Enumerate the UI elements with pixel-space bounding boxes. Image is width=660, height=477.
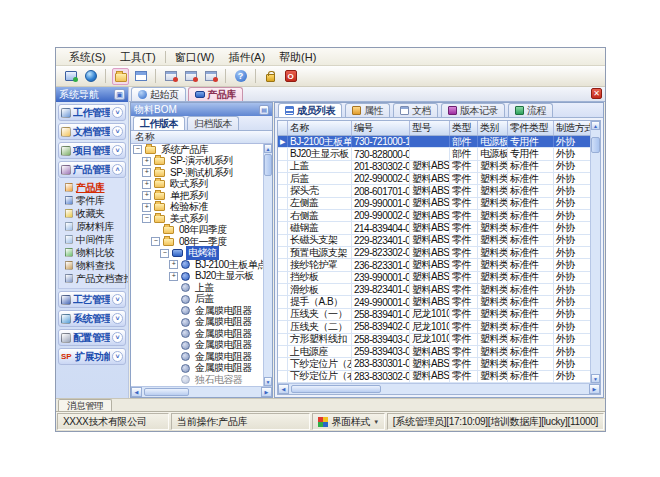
table-row[interactable]: 下纱定位片（右）283-830302-00I塑料ABS零件塑料类标准件外协条 bbox=[278, 371, 590, 383]
sidebar-item-material-lib[interactable]: 原材料库 bbox=[65, 220, 125, 233]
table-row[interactable]: 上盖201-830302-00I塑料ABS零件塑料类标准件外协条 bbox=[278, 161, 590, 173]
scroll-right-icon[interactable]: ▶ bbox=[589, 384, 600, 394]
tab-archived-version[interactable]: 归档版本 bbox=[187, 116, 239, 130]
toolbar-monitor-button[interactable] bbox=[62, 68, 79, 85]
scroll-down-icon[interactable]: ▼ bbox=[264, 377, 272, 386]
tab-working-version[interactable]: 工作版本 bbox=[133, 116, 185, 130]
sidebar-group-1-header[interactable]: 工作管理˅ bbox=[58, 104, 126, 121]
chevron-down-icon[interactable]: ˅ bbox=[112, 313, 123, 324]
toolbar-window-new-button[interactable] bbox=[162, 68, 179, 85]
table-row[interactable]: 探头壳208-601701-01I塑料ABS零件塑料类标准件外协条 bbox=[278, 185, 590, 197]
column-header-3[interactable]: 型号 bbox=[410, 121, 450, 135]
sidebar-item-favorites[interactable]: 收藏夹 bbox=[65, 207, 125, 220]
table-row[interactable]: 磁钢盖214-839404-01I塑料ABS零件塑料类标准件外协条 bbox=[278, 222, 590, 234]
menu-item-1[interactable]: 系统(S) bbox=[62, 49, 113, 65]
toolbar-lock-button[interactable] bbox=[262, 68, 279, 85]
collapse-minus-icon[interactable]: − bbox=[151, 237, 160, 246]
expand-plus-icon[interactable]: + bbox=[142, 180, 151, 189]
chevron-down-icon[interactable]: ˅ bbox=[112, 351, 123, 362]
scroll-up-icon[interactable]: ▲ bbox=[591, 121, 600, 130]
document-close-icon[interactable]: ✕ bbox=[591, 88, 602, 99]
sidebar-group-8-header[interactable]: SP扩展功能˅ bbox=[58, 348, 126, 365]
scroll-right-icon[interactable]: ▶ bbox=[261, 387, 272, 397]
toolbar-table-button[interactable] bbox=[132, 68, 149, 85]
scroll-thumb[interactable] bbox=[291, 385, 381, 393]
toolbar-help-button[interactable]: ? bbox=[232, 68, 249, 85]
expand-plus-icon[interactable]: + bbox=[142, 203, 151, 212]
expand-plus-icon[interactable]: + bbox=[142, 191, 151, 200]
table-row[interactable]: 接纱轮护罩236-823301-00I塑料ABS零件塑料类标准件外协条 bbox=[278, 259, 590, 271]
menu-item-4[interactable]: 插件(A) bbox=[221, 49, 272, 65]
ui-style-selector[interactable]: 界面样式 ▼ bbox=[312, 413, 384, 430]
toolbar-window-arrange-button[interactable] bbox=[182, 68, 199, 85]
table-horizontal-scrollbar[interactable]: ◀ ▶ bbox=[278, 383, 600, 394]
expand-plus-icon[interactable]: + bbox=[169, 272, 178, 281]
toolbar-globe-button[interactable] bbox=[82, 68, 99, 85]
tree-node[interactable]: −独石电容器 bbox=[131, 374, 263, 386]
table-row[interactable]: 方形塑料线扣258-839403-00I尼龙1010零件塑料类标准件外协条 bbox=[278, 334, 590, 346]
tab-properties[interactable]: 属性 bbox=[345, 103, 390, 117]
scroll-left-icon[interactable]: ◀ bbox=[278, 384, 289, 394]
sidebar-item-product-lib[interactable]: 产品库 bbox=[65, 181, 125, 194]
doc-tab-start-page[interactable]: 起始页 bbox=[131, 87, 186, 101]
table-row[interactable]: 后盖202-990002-01I塑料ABS零件塑料类标准件外协条 bbox=[278, 173, 590, 185]
table-row[interactable]: 上电源座259-839403-00I塑料ABS零件塑料类标准件外协条 bbox=[278, 346, 590, 358]
menu-item-2[interactable]: 工具(T) bbox=[113, 49, 163, 65]
bom-panel-pin-icon[interactable]: ▤ bbox=[259, 105, 269, 115]
chevron-down-icon[interactable]: ˅ bbox=[112, 294, 123, 305]
scroll-up-icon[interactable]: ▲ bbox=[264, 144, 272, 153]
sidebar-group-3-header[interactable]: 项目管理˅ bbox=[58, 142, 126, 159]
column-header-7[interactable]: 制造方式 bbox=[554, 121, 590, 135]
scroll-thumb[interactable] bbox=[591, 137, 600, 153]
column-header-5[interactable]: 类别 bbox=[478, 121, 508, 135]
expand-plus-icon[interactable]: + bbox=[169, 260, 178, 269]
expand-plus-icon[interactable]: + bbox=[142, 168, 151, 177]
scroll-down-icon[interactable]: ▼ bbox=[591, 374, 600, 383]
column-header-2[interactable]: 编号 bbox=[352, 121, 410, 135]
toolbar-window-close-button[interactable] bbox=[202, 68, 219, 85]
collapse-minus-icon[interactable]: − bbox=[160, 249, 169, 258]
chevron-up-icon[interactable]: ˄ bbox=[112, 164, 123, 175]
column-header-1[interactable]: 名称 bbox=[288, 121, 352, 135]
table-row[interactable]: 右侧盖209-990002-01I塑料ABS零件塑料类标准件外协条 bbox=[278, 210, 590, 222]
scroll-left-icon[interactable]: ◀ bbox=[131, 387, 142, 397]
sidebar-group-2-header[interactable]: 文档管理˅ bbox=[58, 123, 126, 140]
tree-column-header[interactable]: 名称 bbox=[131, 131, 272, 144]
chevron-down-icon[interactable]: ˅ bbox=[112, 145, 123, 156]
table-row[interactable]: 长磁头支架229-823401-00I塑料ABS零件塑料类标准件外协条 bbox=[278, 235, 590, 247]
tab-version-history[interactable]: 版本记录 bbox=[441, 103, 505, 117]
sidebar-item-doc-search[interactable]: 产品文档查找 bbox=[65, 272, 125, 285]
table-row[interactable]: 压线夹（二）258-839402-00I尼龙1010零件塑料类标准件外协条 bbox=[278, 321, 590, 333]
sidebar-item-part-lib[interactable]: 零件库 bbox=[65, 194, 125, 207]
table-row[interactable]: 下纱定位片（左）283-830301-00I塑料ABS零件塑料类标准件外协条 bbox=[278, 358, 590, 370]
sidebar-group-6-header[interactable]: 系统管理˅ bbox=[58, 310, 126, 327]
sidebar-collapse-button[interactable]: ▣ bbox=[114, 89, 125, 100]
table-row[interactable]: 预置电源支架229-823302-00I塑料ABS零件塑料类标准件外协条 bbox=[278, 247, 590, 259]
table-vertical-scrollbar[interactable]: ▲ ▼ bbox=[590, 121, 600, 383]
table-row[interactable]: 滑纱板239-823401-00I塑料ABS零件塑料类标准件外协条 bbox=[278, 284, 590, 296]
column-header-6[interactable]: 零件类型 bbox=[508, 121, 554, 135]
table-row[interactable]: BJ20主显示板730-828000-04I部件电源板专用件外协颗 bbox=[278, 148, 590, 160]
sidebar-group-7-header[interactable]: 配置管理˅ bbox=[58, 329, 126, 346]
table-row[interactable]: 左侧盖209-990001-01I塑料ABS零件塑料类标准件外协条 bbox=[278, 198, 590, 210]
collapse-minus-icon[interactable]: − bbox=[133, 145, 142, 154]
expand-plus-icon[interactable]: + bbox=[142, 157, 151, 166]
tree-horizontal-scrollbar[interactable]: ◀ ▶ bbox=[131, 386, 272, 397]
sidebar-group-5-header[interactable]: 工艺管理˅ bbox=[58, 291, 126, 308]
column-header-4[interactable]: 类型 bbox=[450, 121, 478, 135]
table-row[interactable]: 压线夹（一）258-839401-00I尼龙1010零件塑料类标准件外协条 bbox=[278, 309, 590, 321]
sidebar-group-4-header[interactable]: 产品管理˄ bbox=[58, 161, 126, 178]
doc-tab-product-library[interactable]: 产品库 bbox=[188, 87, 244, 101]
table-row[interactable]: 提手（A.B）249-990001-01I塑料ABS零件塑料类标准件外协条 bbox=[278, 296, 590, 308]
menu-item-5[interactable]: 帮助(H) bbox=[272, 49, 323, 65]
toolbar-folder-button[interactable] bbox=[112, 68, 129, 85]
collapse-minus-icon[interactable]: − bbox=[142, 214, 151, 223]
tree-vertical-scrollbar[interactable]: ▲ ▼ bbox=[263, 144, 272, 386]
tab-message-management[interactable]: 消息管理 bbox=[58, 399, 112, 411]
table-row[interactable]: ▶BJ-2100主板单点730-721000-12I部件电源板专用件外协颗 bbox=[278, 136, 590, 148]
sidebar-item-material-search[interactable]: 物料查找 bbox=[65, 259, 125, 272]
scroll-thumb[interactable] bbox=[264, 154, 272, 176]
sidebar-item-compare[interactable]: 物料比较 bbox=[65, 246, 125, 259]
chevron-down-icon[interactable]: ˅ bbox=[112, 126, 123, 137]
chevron-down-icon[interactable]: ˅ bbox=[112, 332, 123, 343]
